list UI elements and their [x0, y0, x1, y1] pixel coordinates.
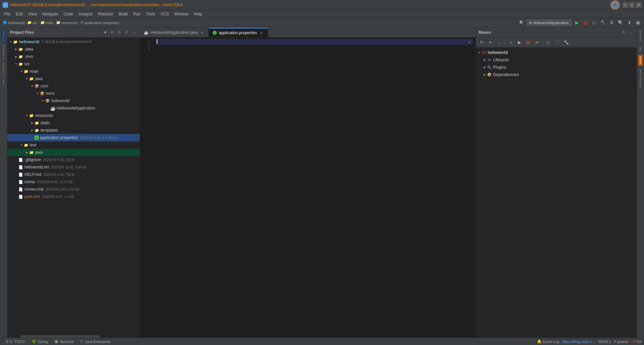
maven-run-button[interactable]: ▶ [516, 39, 523, 46]
tree-item-templates[interactable]: ▶ 📁 templates [7, 127, 140, 134]
locate-file-button[interactable]: ⊕ [109, 29, 115, 36]
tree-item-java[interactable]: ▼ 📁 java [7, 75, 140, 82]
menu-edit[interactable]: Edit [13, 11, 25, 17]
menu-help[interactable]: Help [191, 11, 205, 17]
minimize-button[interactable]: ─ [623, 2, 628, 8]
menu-build[interactable]: Build [116, 11, 130, 17]
menu-analyze[interactable]: Analyze [76, 11, 96, 17]
menu-run[interactable]: Run [130, 11, 143, 17]
tree-item-src[interactable]: ▼ 📁 src [7, 60, 140, 68]
tree-item-com[interactable]: ▼ 📦 com [7, 82, 140, 90]
breadcrumb-src[interactable]: src [33, 21, 38, 25]
tree-item-mvn[interactable]: ▶ 📁 .mvn [7, 53, 140, 60]
tree-item-test-java[interactable]: ▶ 📁 java [7, 149, 140, 156]
menu-window[interactable]: Window [171, 11, 191, 17]
close-props-tab[interactable]: ✕ [259, 30, 264, 35]
run-config-button[interactable]: ▶ HelloworldApplication [526, 19, 572, 26]
menu-vcs[interactable]: VCS [158, 11, 172, 17]
tree-item-mmz[interactable]: ▼ 📦 mmz [7, 90, 140, 97]
structure-toggle[interactable]: 7: Structure [1, 61, 6, 77]
menu-refactor[interactable]: Refactor [96, 11, 116, 17]
tree-item-mvnw-cmd[interactable]: ▶ 📄 mvnw.cmd 2020/2/6 4:43, 6.61 kB [7, 186, 140, 193]
maven-add-button[interactable]: ＋ [507, 39, 515, 46]
breadcrumb-helloworld[interactable]: helloworld [8, 21, 25, 25]
code-editor[interactable]: ✓ [153, 38, 476, 338]
maven-item-dependencies[interactable]: ▶ 📦 Dependencies [476, 71, 637, 78]
breadcrumb-main[interactable]: main [46, 21, 54, 25]
tree-item-iml[interactable]: ▶ 📄 helloworld.iml 2020/2/6 13:42, 8.84 … [7, 163, 140, 171]
tree-item-idea[interactable]: ▶ 📁 .idea [7, 46, 140, 53]
tree-item-static[interactable]: ▶ 📁 static [7, 119, 140, 127]
maven-m-button[interactable]: M [525, 39, 532, 46]
settings-button[interactable]: ⚙ [608, 19, 615, 26]
maven-settings-button[interactable]: ⚙ [621, 29, 627, 36]
close-button[interactable]: ✕ [636, 2, 641, 8]
spring-tab[interactable]: 🌿 Spring [29, 338, 51, 345]
url-status[interactable]: https://blog.csdn.n... [562, 340, 595, 344]
terminal-tab[interactable]: ▣ Terminal [52, 338, 76, 345]
line-col-status[interactable]: 36244:1 [598, 340, 611, 344]
maven-projects-button[interactable]: ≡ [487, 39, 494, 46]
tree-item-java-class[interactable]: ▶ ☕ HelloworldApplication [7, 105, 140, 112]
tree-item-test[interactable]: ▼ 📁 test [7, 141, 140, 149]
collapse-all-button[interactable]: ⊟ [116, 29, 122, 36]
tree-item-root[interactable]: ▼ 📁 helloworld F:\项目集合\springboot\hellow… [7, 38, 140, 46]
tree-item-helloworld-pkg[interactable]: ▼ 📦 helloworld [7, 97, 140, 105]
web-toggle[interactable]: Web [1, 78, 6, 86]
tree-item-app-props[interactable]: ▶ a application.properties 2020/2/6 4:43… [7, 134, 140, 141]
maximize-button[interactable]: □ [629, 2, 635, 8]
tree-item-resources[interactable]: ▼ 📁 resources [7, 112, 140, 119]
maven-skip-button[interactable]: ⇌ [533, 39, 541, 46]
project-panel-dropdown[interactable]: ▼ [103, 30, 107, 35]
database-strip[interactable]: Database [638, 29, 643, 43]
user-avatar[interactable]: 👤 [610, 0, 620, 10]
layout-button[interactable]: ▣ [635, 19, 641, 26]
maven-execute-button[interactable]: ▷ [545, 39, 552, 46]
maven-strip[interactable]: Maven [638, 55, 643, 66]
maven-stop-button[interactable]: ⬛ [554, 39, 561, 46]
git-status[interactable]: ⎇ Git [631, 339, 641, 344]
maven-tree[interactable]: ▼ M helloworld ▶ ⚙ Lifecycle ▶ 🔌 Plugins [476, 48, 637, 338]
file-tree[interactable]: ▼ 📁 helloworld F:\项目集合\springboot\hellow… [7, 38, 140, 335]
breadcrumb-resources[interactable]: resources [61, 21, 77, 25]
vcs-button[interactable]: ⬆ [626, 19, 633, 26]
event-log-status[interactable]: 🔔 Event Log [537, 339, 559, 344]
menu-view[interactable]: View [25, 11, 40, 17]
encoding-status[interactable]: 4 spaces [614, 340, 629, 344]
menu-code[interactable]: Code [61, 11, 76, 17]
menu-file[interactable]: File [1, 11, 13, 17]
build-project-button[interactable]: 🔨 [600, 19, 606, 26]
tree-item-mvnw[interactable]: ▶ 📄 mvnw 2020/2/6 4:43, 10.07 kB [7, 178, 140, 186]
close-maven-button[interactable]: — [628, 29, 634, 36]
file-tree-scrollbar[interactable] [7, 335, 140, 338]
maven-wrench-button[interactable]: 🔧 [562, 39, 570, 46]
search-button[interactable]: 🔍 [617, 19, 624, 26]
project-panel-toggle[interactable]: 1: Project [1, 29, 6, 43]
editor-content[interactable]: 1 2 ✓ [140, 38, 476, 338]
run-button[interactable]: ▶ [574, 19, 580, 26]
menu-navigate[interactable]: Navigate [40, 11, 61, 17]
tree-item-pom-xml[interactable]: ▶ 📄 pom.xml 2020/2/6 4:43, 1.4 kB [7, 193, 140, 200]
debug-button[interactable]: 🐞 [582, 19, 589, 26]
maven-download-button[interactable]: ↓ [495, 39, 503, 46]
run-with-coverage-button[interactable]: ▷ [591, 19, 598, 26]
maven-item-lifecycle[interactable]: ▶ ⚙ Lifecycle [476, 56, 637, 64]
tree-item-main[interactable]: ▼ 📁 main [7, 68, 140, 75]
maven-refresh-button[interactable]: ↻ [478, 39, 485, 46]
maven-item-root[interactable]: ▼ M helloworld [476, 49, 637, 56]
java-enterprise-tab[interactable]: ⬡ Java Enterprise [77, 338, 113, 345]
tree-item-help-md[interactable]: ▶ 📄 HELP.md 2020/2/6 4:43, 780 B [7, 171, 140, 178]
tab-helloworld-java[interactable]: ☕ HelloworldApplication.java ✕ [140, 28, 209, 37]
bean-validation-strip[interactable]: Bean Validation [638, 68, 643, 89]
maven-item-plugins[interactable]: ▶ 🔌 Plugins [476, 64, 637, 71]
breadcrumb-file[interactable]: application.properties [84, 21, 119, 25]
tree-item-gitignore[interactable]: ▶ 📄 .gitignore 2020/2/6 4:43, 333 B [7, 156, 140, 163]
close-panel-button[interactable]: — [131, 29, 137, 36]
tab-application-properties[interactable]: a application.properties ✕ [209, 28, 268, 37]
favorites-toggle[interactable]: 2: Favorites [1, 44, 6, 60]
breadcrumb-project[interactable]: 🔷 [3, 20, 7, 25]
close-java-tab[interactable]: ✕ [200, 30, 204, 35]
todo-tab[interactable]: ☰ 6: TODO [3, 338, 28, 345]
project-settings-button[interactable]: ⚙ [123, 29, 129, 36]
menu-tools[interactable]: Tools [143, 11, 158, 17]
